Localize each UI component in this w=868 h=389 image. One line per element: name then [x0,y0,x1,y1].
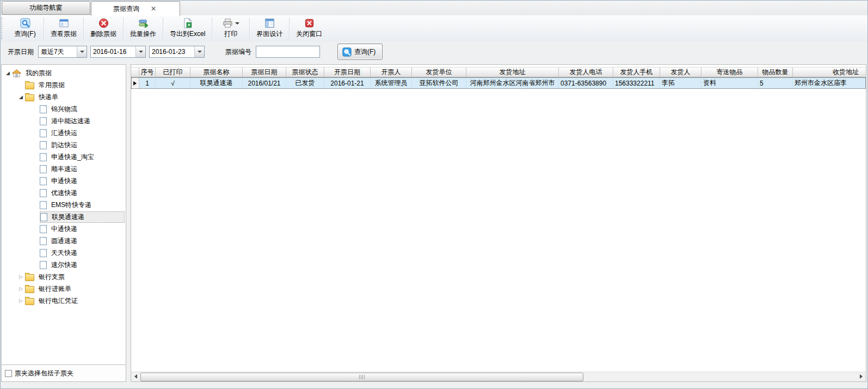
tree-item-express-forms[interactable]: 快递单 [2,91,126,103]
page-icon [40,261,47,269]
cell-ship-address: 河南郑州金水区河南省郑州市 [466,77,559,89]
tree-expander-icon[interactable] [17,297,25,305]
print-dropdown-arrow-icon[interactable] [235,22,239,25]
tree-item-my-tickets[interactable]: 我的票据 [2,67,126,79]
scrollbar-thumb[interactable] [140,373,583,381]
table-row-selected[interactable]: 1 √ 联昊通速递 2016/01/21 已发货 2016-01-21 系统管理… [131,77,866,89]
tree-item-courier[interactable]: 顺丰速运 [2,163,126,175]
tree-item-courier[interactable]: 汇通快运 [2,127,126,139]
folder-icon [25,94,34,101]
folder-icon [25,274,34,281]
delete-ticket-icon [99,18,109,28]
tree-item-label: 常用票据 [37,80,66,90]
current-row-arrow-icon [133,81,137,86]
column-header[interactable]: 发货人电话 [559,67,613,77]
tab-ticket-query[interactable]: 票据查询 ✕ [91,1,180,16]
tree-item-label: 银行电汇凭证 [37,296,79,306]
close-window-button[interactable]: 关闭窗口 [290,15,328,41]
cell-sender-name: 李拓 [660,77,701,89]
batch-operations-button[interactable]: 批量操作 [124,15,162,41]
tree-expander-icon[interactable] [17,285,25,293]
tree-item-label: 中通快递 [50,224,79,234]
ui-design-button[interactable]: 界面设计 [250,15,288,41]
tree-item-courier[interactable]: 速尔快递 [2,259,126,271]
query-button[interactable]: 查询(F) [7,15,43,41]
tree-item-courier-selected[interactable]: 联昊通速递 [2,211,126,223]
ticket-no-input[interactable] [256,46,320,58]
tree-item-courier[interactable]: 优速快递 [2,187,126,199]
column-header[interactable]: 发货地址 [466,67,559,77]
tree-expander-icon[interactable] [17,93,25,101]
scroll-left-arrow-icon[interactable] [131,372,140,381]
page-icon [40,189,47,197]
tree-item-bank-deposit[interactable]: 银行进账单 [2,283,126,295]
page-icon [40,153,47,161]
column-header[interactable]: 票据状态 [286,67,324,77]
date-range-select[interactable]: 最近7天 [38,46,87,58]
tree-expander-icon[interactable] [17,273,25,281]
tree-expander-icon[interactable] [4,69,12,77]
main-area: 我的票据 常用票据 快递单 锦兴物流 港中能达速递 [0,62,868,389]
tree-item-bank-cheque[interactable]: 银行支票 [2,271,126,283]
tree-item-courier[interactable]: EMS特快专递 [2,199,126,211]
include-subfolders-checkbox[interactable] [5,370,12,377]
tree-item-bank-wire[interactable]: 银行电汇凭证 [2,295,126,307]
delete-ticket-button[interactable]: 删除票据 [84,15,122,41]
panel-footer: 票夹选择包括子票夹 [2,364,126,381]
view-ticket-icon [59,18,69,28]
export-excel-icon [182,18,193,28]
print-button[interactable]: 打印 [213,15,249,41]
date-from-picker[interactable]: 2016-01-16 [90,46,146,58]
ticket-folder-panel: 我的票据 常用票据 快递单 锦兴物流 港中能达速递 [1,64,126,382]
page-icon [40,249,47,257]
cell-printed-check: √ [156,77,190,89]
tree-item-common-tickets[interactable]: 常用票据 [2,79,126,91]
tab-function-navigation[interactable]: 功能导航窗 [2,1,90,15]
tree-item-label: 优速快递 [50,188,79,198]
column-header[interactable]: 发货单位 [412,67,466,77]
toolbar-separator [249,17,250,39]
toolbar-grip[interactable] [1,17,6,39]
page-icon [40,117,47,125]
column-header[interactable]: 已打印 [156,67,190,77]
tree-item-label: 锦兴物流 [50,104,79,114]
column-header[interactable]: 开票人 [371,67,412,77]
tree-item-courier[interactable]: 锦兴物流 [2,103,126,115]
column-header[interactable]: 票据日期 [243,67,286,77]
scroll-right-arrow-icon[interactable] [857,372,866,381]
page-icon [40,213,47,221]
chevron-down-icon[interactable] [136,46,145,57]
column-header[interactable]: 开票日期 [324,67,371,77]
horizontal-scrollbar[interactable] [131,372,866,381]
tree-item-courier[interactable]: 申通快递 [2,175,126,187]
batch-operations-icon [138,18,149,28]
tree-item-label: 韵达快运 [50,140,79,150]
export-excel-button[interactable]: 导出到Excel [164,15,211,41]
folder-icon [25,286,34,293]
chevron-down-icon[interactable] [194,46,204,57]
table-header-row: 序号 已打印 票据名称 票据日期 票据状态 开票日期 开票人 发货单位 发货地址… [131,67,866,77]
column-header[interactable]: 寄送物品 [701,67,758,77]
column-header[interactable]: 物品数量 [758,67,793,77]
view-ticket-button[interactable]: 查看票据 [45,15,83,41]
column-header[interactable]: 收货地址 [793,67,866,77]
date-to-value: 2016-01-23 [150,48,194,56]
filter-search-button[interactable]: 查询(F) [337,44,383,60]
column-header[interactable]: 票据名称 [190,67,243,77]
tree-item-courier[interactable]: 圆通速递 [2,235,126,247]
tree-item-courier[interactable]: 韵达快运 [2,139,126,151]
tree-item-label: 我的票据 [24,68,53,78]
column-header[interactable]: 发货人 [660,67,701,77]
date-to-picker[interactable]: 2016-01-23 [149,46,205,58]
tree-item-label: 申通快递 [50,176,79,186]
tree-item-courier[interactable]: 中通快递 [2,223,126,235]
tree-item-courier[interactable]: 申通快递_淘宝 [2,151,126,163]
column-header[interactable]: 发货人手机 [613,67,660,77]
chevron-down-icon[interactable] [77,46,87,57]
filter-bar: 开票日期 最近7天 2016-01-16 2016-01-23 票据编号 查询(… [0,41,868,62]
tree-item-courier[interactable]: 天天快递 [2,247,126,259]
column-header[interactable]: 序号 [139,67,156,77]
tree-item-courier[interactable]: 港中能达速递 [2,115,126,127]
tab-close-icon[interactable]: ✕ [149,5,158,13]
cell-issuer: 系统管理员 [371,77,412,89]
